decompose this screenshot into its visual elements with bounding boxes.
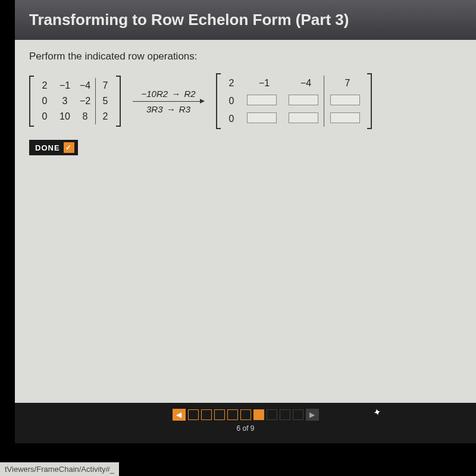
answer-input-r3c3[interactable] (289, 112, 318, 123)
content-area: Perform the indicated row operations: 2 … (15, 40, 476, 404)
answer-input-r2c3[interactable] (289, 95, 318, 105)
src-cell: 3 (57, 95, 73, 108)
op1-lhs: −10R2 (141, 89, 168, 99)
bracket-right (367, 73, 372, 129)
bracket-right (116, 76, 121, 127)
src-cell: 8 (77, 110, 93, 123)
op1-rhs: R2 (184, 89, 195, 99)
operation-1: −10R2 → R2 (141, 89, 195, 99)
nav-box-8[interactable] (280, 409, 290, 420)
src-cell: −4 (77, 79, 93, 92)
res-cell: −1 (247, 77, 281, 90)
status-bar: tViewers/FrameChain/Activity#_ (0, 462, 119, 476)
bracket-left (216, 73, 221, 129)
operation-2: 3R3 → R3 (146, 104, 190, 114)
result-matrix: 2 −1 −4 7 0 0 (216, 73, 372, 129)
src-cell: 0 (36, 110, 53, 123)
arrow-icon: → (167, 104, 176, 114)
source-matrix: 2 −1 −4 7 0 3 −2 5 0 10 8 2 (29, 76, 121, 127)
title-bar: Transforming to Row Echelon Form (Part 3… (15, 0, 476, 40)
arrow-icon: → (171, 89, 180, 99)
nav-box-6[interactable] (253, 409, 264, 420)
check-icon: ✓ (64, 142, 74, 153)
src-cell: 2 (97, 110, 114, 123)
nav-box-4[interactable] (227, 409, 238, 420)
op2-rhs: R3 (179, 104, 190, 114)
answer-input-r3c4[interactable] (330, 112, 360, 123)
page-title: Transforming to Row Echelon Form (Part 3… (29, 11, 349, 29)
src-cell: −1 (57, 79, 73, 92)
res-cell: 0 (223, 95, 240, 108)
nav-box-7[interactable] (267, 409, 277, 420)
answer-input-r3c2[interactable] (247, 112, 277, 123)
nav-next-button[interactable]: ▶ (306, 409, 319, 421)
nav-prev-button[interactable]: ◀ (173, 409, 186, 421)
nav-box-9[interactable] (293, 409, 303, 420)
nav-box-3[interactable] (214, 409, 225, 420)
done-label: DONE (35, 143, 60, 152)
src-cell: 5 (97, 95, 114, 108)
op2-lhs: 3R3 (146, 104, 163, 114)
nav-box-5[interactable] (240, 409, 251, 420)
nav-position-text: 6 of 9 (236, 424, 254, 433)
res-cell: 7 (330, 77, 365, 90)
src-cell: −2 (77, 95, 93, 108)
src-cell: 2 (36, 79, 53, 92)
problem-row: 2 −1 −4 7 0 3 −2 5 0 10 8 2 −10R2 (29, 73, 462, 129)
transform-arrow-icon (133, 101, 204, 102)
res-cell: 0 (223, 112, 240, 126)
row-operations: −10R2 → R2 3R3 → R3 (133, 89, 204, 114)
done-button[interactable]: DONE ✓ (29, 140, 78, 155)
nav-box-container (188, 409, 303, 420)
nav-controls: ◀ ▶ (173, 409, 319, 421)
nav-bar: ◀ ▶ 6 of 9 ✦ (15, 403, 476, 443)
answer-input-r2c2[interactable] (247, 95, 277, 105)
res-cell: 2 (223, 77, 240, 90)
bracket-left (29, 76, 34, 127)
nav-box-2[interactable] (201, 409, 212, 420)
res-cell: −4 (289, 77, 323, 90)
src-cell: 7 (97, 79, 114, 92)
src-cell: 10 (57, 110, 73, 123)
nav-box-1[interactable] (188, 409, 199, 420)
src-cell: 0 (36, 95, 53, 108)
cursor-icon: ✦ (372, 406, 382, 419)
instruction-text: Perform the indicated row operations: (29, 51, 462, 62)
answer-input-r2c4[interactable] (330, 95, 360, 105)
